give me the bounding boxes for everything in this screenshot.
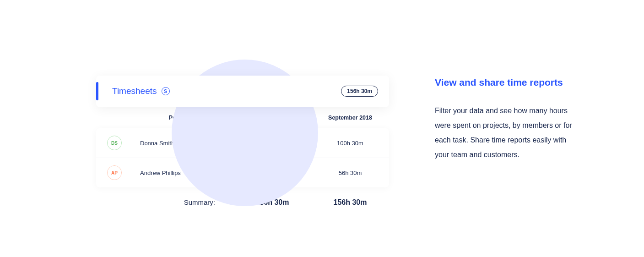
info-panel: View and share time reports Filter your …: [435, 60, 572, 162]
avatar: AP: [107, 165, 122, 180]
timesheet-card: Timesheets S 156h 30m: [96, 76, 389, 107]
period-cell: 100h 30m: [311, 140, 389, 147]
info-heading: View and share time reports: [435, 76, 572, 89]
card-title: Timesheets: [112, 86, 157, 96]
summary-period: 156h 30m: [311, 198, 389, 207]
summary-label: Summary:: [96, 198, 233, 207]
accent-bar: [96, 82, 98, 100]
currency-icon[interactable]: S: [162, 87, 170, 95]
card-header: Timesheets S 156h 30m: [96, 76, 389, 107]
total-time-badge: 156h 30m: [341, 86, 378, 97]
column-period: September 2018: [311, 115, 389, 121]
info-description: Filter your data and see how many hours …: [435, 104, 572, 162]
period-cell: 56h 30m: [311, 170, 389, 176]
avatar: DS: [107, 136, 122, 150]
person-name: Donna Smith: [140, 140, 174, 147]
person-name: Andrew Phillips: [140, 170, 181, 176]
